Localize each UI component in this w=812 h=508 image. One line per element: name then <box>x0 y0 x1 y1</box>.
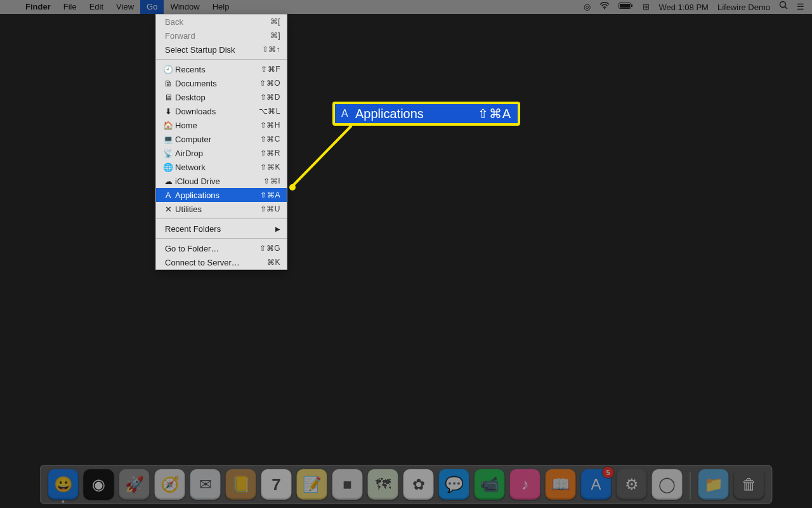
notification-center-icon[interactable]: ☰ <box>797 0 804 14</box>
computer-icon: 💻 <box>162 135 174 144</box>
callout-shortcut: ⇧⌘A <box>478 106 511 121</box>
annotation-dot <box>289 184 296 190</box>
applications-icon: A <box>341 108 355 119</box>
svg-rect-3 <box>620 4 630 8</box>
dock-maps[interactable]: 🗺 <box>368 469 398 500</box>
menu-item-downloads[interactable]: ⬇︎ Downloads⌥⌘L <box>156 104 287 118</box>
menu-item-network[interactable]: 🌐 Network⇧⌘K <box>156 160 287 174</box>
menu-item-applications[interactable]: A Applications⇧⌘A <box>156 188 287 202</box>
applications-icon: A <box>162 190 174 200</box>
wifi-icon[interactable] <box>599 0 610 14</box>
battery-icon[interactable] <box>619 0 634 14</box>
app-menu[interactable]: Finder <box>19 0 57 14</box>
dock-contacts[interactable]: 📒 <box>226 469 256 500</box>
menu-file[interactable]: File <box>57 0 83 14</box>
svg-point-0 <box>604 8 605 10</box>
dock-photos[interactable]: ✿ <box>403 469 434 500</box>
menu-go[interactable]: Go <box>140 0 164 14</box>
dock-downloads-stack[interactable]: 📁 <box>698 469 729 500</box>
menu-bar: Finder File Edit View Go Window Help ◎ ⊞… <box>0 0 812 14</box>
dock-siri[interactable]: ◉ <box>84 469 114 500</box>
menu-item-startup-disk[interactable]: Select Startup Disk⇧⌘↑ <box>156 43 287 57</box>
download-icon: ⬇︎ <box>162 107 174 116</box>
callout-label: Applications <box>355 107 478 121</box>
dock-chrome[interactable]: ◯ <box>652 469 683 500</box>
svg-line-6 <box>292 126 351 187</box>
dock-badge: 5 <box>603 467 614 478</box>
dock-mail[interactable]: ✉︎ <box>190 469 221 500</box>
clock-icon: 🕘 <box>162 65 174 74</box>
running-indicator <box>62 500 65 503</box>
menu-window[interactable]: Window <box>164 0 206 14</box>
menu-item-home[interactable]: 🏠 Home⇧⌘H <box>156 118 287 132</box>
clock[interactable]: Wed 1:08 PM <box>658 3 709 12</box>
dock-preferences[interactable]: ⚙︎ <box>617 469 647 500</box>
chevron-right-icon: ▶ <box>275 225 280 232</box>
dock: 😀◉🚀🧭✉︎📒7📝■🗺✿💬📹♪📖A5⚙︎◯📁🗑 <box>40 465 773 504</box>
dock-notes[interactable]: 📝 <box>297 469 327 500</box>
dock-appstore[interactable]: A5 <box>581 469 612 500</box>
menu-item-documents[interactable]: 🗎 Documents⇧⌘O <box>156 76 287 90</box>
menu-view[interactable]: View <box>110 0 140 14</box>
dock-trash[interactable]: 🗑 <box>734 469 764 500</box>
dock-facetime[interactable]: 📹 <box>475 469 505 500</box>
dock-separator <box>690 472 691 500</box>
input-source-icon[interactable]: ⊞ <box>643 0 650 14</box>
menu-item-back: Back⌘[ <box>156 15 287 29</box>
menu-separator <box>156 59 287 60</box>
menu-item-utilities[interactable]: ✕ Utilities⇧⌘U <box>156 202 287 216</box>
dock-finder[interactable]: 😀 <box>48 469 79 500</box>
dock-calendar[interactable]: 7 <box>261 469 292 500</box>
cloud-icon: ☁︎ <box>162 177 174 186</box>
menu-item-airdrop[interactable]: 📡 AirDrop⇧⌘R <box>156 146 287 160</box>
menu-separator <box>156 218 287 219</box>
menu-item-forward: Forward⌘] <box>156 29 287 43</box>
dock-messages[interactable]: 💬 <box>439 469 469 500</box>
menu-item-recents[interactable]: 🕘 Recents⇧⌘F <box>156 62 287 76</box>
screenshot-dim-overlay <box>0 0 812 508</box>
spotlight-icon[interactable] <box>779 0 788 14</box>
menu-item-computer[interactable]: 💻 Computer⇧⌘C <box>156 132 287 146</box>
svg-point-4 <box>780 2 786 8</box>
menu-edit[interactable]: Edit <box>83 0 110 14</box>
dock-safari[interactable]: 🧭 <box>155 469 185 500</box>
dock-ibooks[interactable]: 📖 <box>546 469 576 500</box>
airdrop-icon: 📡 <box>162 149 174 158</box>
menu-item-icloud[interactable]: ☁︎ iCloud Drive⇧⌘I <box>156 174 287 188</box>
dock-itunes[interactable]: ♪ <box>510 469 540 500</box>
go-menu-dropdown: Back⌘[ Forward⌘] Select Startup Disk⇧⌘↑ … <box>155 14 287 270</box>
utilities-icon: ✕ <box>162 204 174 214</box>
document-icon: 🗎 <box>162 79 174 88</box>
dock-reminders[interactable]: ■ <box>332 469 363 500</box>
svg-line-5 <box>785 7 788 10</box>
creative-cloud-icon[interactable]: ◎ <box>584 0 591 14</box>
menu-separator <box>156 238 287 239</box>
network-icon: 🌐 <box>162 163 174 172</box>
menu-item-connect-server[interactable]: Connect to Server…⌘K <box>156 255 287 269</box>
menu-help[interactable]: Help <box>206 0 236 14</box>
callout-applications: A Applications ⇧⌘A <box>332 102 520 126</box>
menu-item-desktop[interactable]: 🖥 Desktop⇧⌘D <box>156 90 287 104</box>
dock-launchpad[interactable]: 🚀 <box>119 469 150 500</box>
desktop-icon: 🖥 <box>162 93 174 102</box>
menu-item-go-to-folder[interactable]: Go to Folder…⇧⌘G <box>156 241 287 255</box>
menu-item-recent-folders[interactable]: Recent Folders▶ <box>156 222 287 236</box>
svg-rect-2 <box>631 4 632 7</box>
home-icon: 🏠 <box>162 121 174 130</box>
user-name[interactable]: Lifewire Demo <box>717 3 770 12</box>
